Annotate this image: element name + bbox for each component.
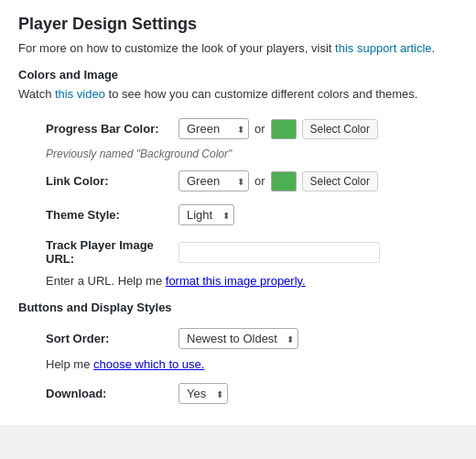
track-player-image-value bbox=[178, 242, 458, 263]
link-color-select[interactable]: Green Blue Red Custom bbox=[178, 170, 249, 191]
download-value: Yes No bbox=[178, 383, 458, 404]
download-select[interactable]: Yes No bbox=[178, 383, 228, 404]
link-color-or-label: or bbox=[254, 174, 265, 188]
page-title: Player Design Settings bbox=[18, 15, 458, 34]
track-player-image-hint: Enter a URL. Help me format this image p… bbox=[18, 272, 458, 293]
sort-order-label: Sort Order: bbox=[18, 332, 178, 345]
page-wrapper: Player Design Settings For more on how t… bbox=[0, 0, 476, 425]
colors-intro-text: Watch bbox=[18, 87, 55, 101]
progress-bar-color-row: Progress Bar Color: Green Blue Red Custo… bbox=[18, 112, 458, 146]
intro-paragraph: For more on how to customize the look of… bbox=[18, 41, 458, 55]
colors-intro-suffix: to see how you can customize different c… bbox=[105, 87, 418, 101]
theme-style-select[interactable]: Light Dark bbox=[178, 204, 234, 225]
progress-bar-color-select-wrapper: Green Blue Red Custom bbox=[178, 118, 249, 139]
link-color-select-wrapper: Green Blue Red Custom bbox=[178, 170, 249, 191]
track-player-image-row: Track Player Image URL: bbox=[18, 232, 458, 272]
link-color-row: Link Color: Green Blue Red Custom or Sel… bbox=[18, 164, 458, 198]
download-select-wrapper: Yes No bbox=[178, 383, 228, 404]
sort-order-select[interactable]: Newest to Oldest Oldest to Newest bbox=[178, 328, 298, 349]
link-color-value: Green Blue Red Custom or Select Color bbox=[178, 170, 458, 191]
sort-order-value: Newest to Oldest Oldest to Newest bbox=[178, 328, 458, 349]
link-color-swatch[interactable] bbox=[271, 171, 297, 191]
hint-prefix: Enter a URL. Help me bbox=[46, 274, 166, 288]
colors-intro: Watch this video to see how you can cust… bbox=[18, 87, 458, 101]
progress-bar-color-select[interactable]: Green Blue Red Custom bbox=[178, 118, 249, 139]
track-player-image-label: Track Player Image URL: bbox=[18, 238, 178, 266]
progress-bar-color-swatch[interactable] bbox=[271, 119, 297, 139]
progress-bar-color-label: Progress Bar Color: bbox=[18, 122, 178, 136]
link-color-label: Link Color: bbox=[18, 174, 178, 188]
sort-order-select-wrapper: Newest to Oldest Oldest to Newest bbox=[178, 328, 298, 349]
sort-order-hint-prefix: Help me bbox=[46, 357, 93, 371]
download-row: Download: Yes No bbox=[18, 377, 458, 410]
sort-order-hint: Help me choose which to use. bbox=[18, 355, 458, 377]
colors-section-title: Colors and Image bbox=[18, 68, 458, 82]
intro-text: For more on how to customize the look of… bbox=[18, 41, 335, 55]
sort-order-row: Sort Order: Newest to Oldest Oldest to N… bbox=[18, 322, 458, 355]
track-player-image-input[interactable] bbox=[178, 242, 380, 263]
link-color-select-color-button[interactable]: Select Color bbox=[302, 171, 378, 191]
buttons-section-title: Buttons and Display Styles bbox=[18, 301, 458, 314]
progress-bar-select-color-button[interactable]: Select Color bbox=[302, 119, 378, 139]
progress-bar-or-label: or bbox=[254, 122, 265, 136]
download-label: Download: bbox=[18, 387, 178, 400]
progress-bar-note: Previously named "Background Color" bbox=[18, 146, 458, 164]
theme-style-value: Light Dark bbox=[178, 204, 458, 225]
progress-bar-color-value: Green Blue Red Custom or Select Color bbox=[178, 118, 458, 139]
choose-sort-link[interactable]: choose which to use. bbox=[93, 357, 204, 371]
theme-style-label: Theme Style: bbox=[18, 208, 178, 222]
theme-style-row: Theme Style: Light Dark bbox=[18, 198, 458, 232]
format-image-link[interactable]: format this image properly. bbox=[166, 274, 306, 288]
theme-style-select-wrapper: Light Dark bbox=[178, 204, 234, 225]
support-article-link[interactable]: this support article bbox=[335, 41, 432, 55]
this-video-link[interactable]: this video bbox=[55, 87, 105, 101]
